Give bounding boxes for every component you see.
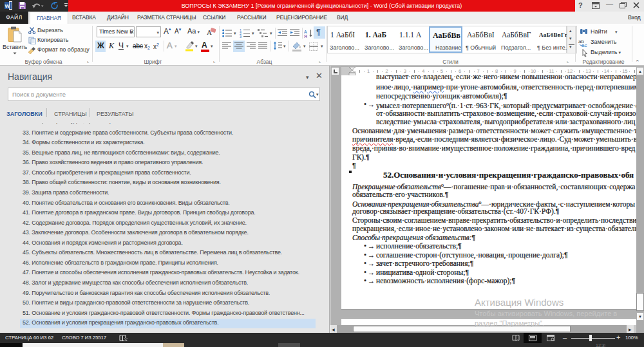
svg-text:ac: ac [582, 42, 587, 47]
svg-text:Я: Я [304, 34, 307, 39]
svg-text:3: 3 [240, 35, 242, 38]
svg-text:W: W [5, 3, 10, 9]
svg-text:А: А [304, 30, 307, 34]
